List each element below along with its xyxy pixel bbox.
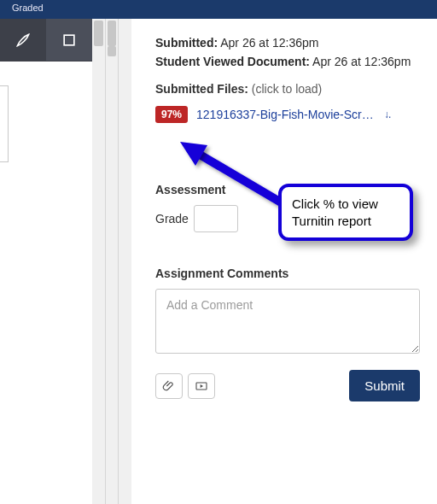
viewed-line: Student Viewed Document: Apr 26 at 12:36… xyxy=(155,55,420,68)
callout-text: Click % to view Turnitin report xyxy=(292,196,378,228)
status-crumb: Graded xyxy=(7,0,49,15)
submitted-label: Submitted: xyxy=(155,36,218,50)
scrollbar-thumb[interactable] xyxy=(94,21,103,46)
resize-gutter[interactable] xyxy=(92,19,131,504)
turnitin-percent-badge[interactable]: 97% xyxy=(155,106,188,123)
scrollbar-thumb[interactable] xyxy=(108,21,117,46)
viewed-value: Apr 26 at 12:36pm xyxy=(312,55,411,68)
svg-rect-0 xyxy=(64,35,74,45)
download-icon[interactable]: ↓. xyxy=(384,108,390,120)
divider-col xyxy=(118,19,131,504)
submitted-file-link[interactable]: 121916337-Big-Fish-Movie-Script.… xyxy=(196,108,376,121)
viewed-label: Student Viewed Document: xyxy=(155,55,310,68)
comment-actions: Submit xyxy=(155,370,420,401)
brush-icon xyxy=(15,32,32,49)
annotation-toolbar xyxy=(0,19,92,62)
grading-panel: Submitted: Apr 26 at 12:36pm Student Vie… xyxy=(131,19,437,504)
submitted-line: Submitted: Apr 26 at 12:36pm xyxy=(155,36,420,50)
scrollbar-thumb[interactable] xyxy=(108,46,117,56)
play-rect-icon xyxy=(195,379,208,393)
scrollbar-track[interactable] xyxy=(92,19,105,504)
submitted-files-label: Submitted Files: (click to load) xyxy=(155,82,420,96)
top-bar: Graded xyxy=(0,0,437,19)
comments-heading: Assignment Comments xyxy=(155,267,420,280)
files-hint: (click to load) xyxy=(252,82,322,96)
file-row: 97% 121916337-Big-Fish-Movie-Script.… ↓. xyxy=(155,106,420,123)
crop-icon xyxy=(61,32,78,49)
comment-textarea[interactable] xyxy=(155,289,420,354)
grade-input[interactable] xyxy=(194,205,238,232)
attach-button[interactable] xyxy=(155,373,183,399)
submitted-value: Apr 26 at 12:36pm xyxy=(220,36,318,50)
annotation-callout: Click % to view Turnitin report xyxy=(278,184,413,241)
grade-label: Grade xyxy=(155,212,189,226)
files-label-text: Submitted Files: xyxy=(155,82,248,96)
brush-tool[interactable] xyxy=(0,19,46,61)
media-button[interactable] xyxy=(188,373,215,399)
submit-button[interactable]: Submit xyxy=(349,370,420,401)
scrollbar-track[interactable] xyxy=(105,19,119,504)
paperclip-icon xyxy=(162,379,176,393)
document-preview-edge xyxy=(0,85,9,162)
crop-tool[interactable] xyxy=(46,19,92,61)
